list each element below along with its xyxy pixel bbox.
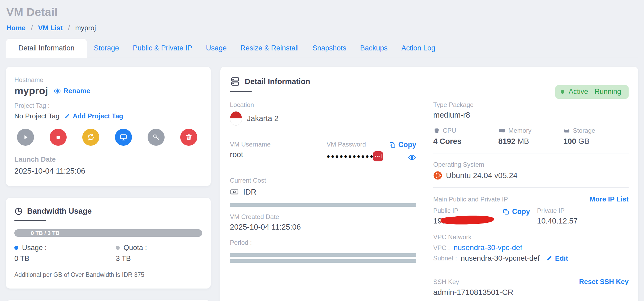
- breadcrumb-home[interactable]: Home: [6, 24, 25, 32]
- cpu-label: CPU: [443, 127, 456, 134]
- vm-password-masked: ●●●●●●●●●●●: [327, 153, 374, 160]
- storage-label: Storage: [573, 127, 595, 134]
- hostname-value: myproj: [14, 85, 48, 97]
- page-title: VM Detail: [6, 6, 638, 19]
- copy-icon: [389, 141, 396, 148]
- console-button[interactable]: [115, 129, 132, 146]
- launch-date-label: Launch Date: [14, 155, 202, 164]
- tab-action-log[interactable]: Action Log: [394, 39, 442, 58]
- type-package-label: Type Package: [433, 101, 629, 109]
- title-underline: [230, 91, 252, 92]
- tab-resize-reinstall[interactable]: Resize & Reinstall: [234, 39, 306, 58]
- title-underline: [14, 220, 46, 221]
- detail-left-column: Location Jakarta 2 VM Username root VM P…: [230, 101, 426, 297]
- trash-icon: [185, 133, 193, 141]
- tab-detail-information[interactable]: Detail Information: [6, 38, 87, 58]
- storage-unit: GB: [576, 137, 590, 145]
- copy-password-button[interactable]: Copy: [389, 141, 417, 149]
- ssh-key-label: SSH Key: [433, 278, 459, 286]
- banknote-icon: [230, 187, 239, 196]
- password-button[interactable]: [148, 129, 165, 146]
- bandwidth-note: Additional per GB of Over Bandwidth is I…: [14, 271, 202, 278]
- location-value: Jakarta 2: [247, 114, 278, 123]
- vpc-network-label: VPC Network: [433, 233, 629, 241]
- usage-dot-icon: [14, 246, 18, 250]
- operating-system-value: Ubuntu 24.04 v05.24: [446, 171, 517, 180]
- public-ip-label: Public IP: [433, 207, 503, 214]
- memory-label: Memory: [508, 127, 531, 134]
- stop-icon: [54, 133, 62, 141]
- rename-button[interactable]: Rename: [54, 87, 90, 95]
- skeleton-bar: [230, 253, 416, 257]
- project-tag-value: No Project Tag: [14, 112, 59, 120]
- vm-password-label: VM Password: [327, 141, 383, 148]
- pencil-icon: [546, 255, 552, 261]
- cpu-icon: [433, 127, 440, 134]
- tab-snapshots[interactable]: Snapshots: [306, 39, 353, 58]
- launch-date-value: 2025-10-04 11:25:06: [14, 167, 202, 175]
- subnet-value: nusendra-30-vpcnet-def: [461, 254, 539, 263]
- status-dot-icon: [561, 90, 564, 94]
- status-badge: Active - Running: [555, 85, 629, 99]
- ubuntu-icon: [433, 171, 442, 180]
- operating-system-label: Operating System: [433, 161, 629, 168]
- delete-vm-button[interactable]: [180, 129, 197, 146]
- private-ip-label: Private IP: [537, 207, 629, 214]
- password-manager-icon: [373, 151, 383, 161]
- vm-summary-card: Hostname myproj Rename Project Tag :: [6, 67, 211, 186]
- vpc-label: VPC :: [433, 244, 450, 252]
- current-cost-value: IDR: [243, 188, 256, 196]
- storage-icon: [563, 127, 570, 134]
- pencil-icon: [64, 113, 70, 119]
- start-vm-button[interactable]: [17, 129, 34, 146]
- tab-usage[interactable]: Usage: [199, 39, 234, 58]
- bandwidth-bar-label: 0 TB / 3 TB: [14, 230, 60, 236]
- bandwidth-card-title: Bandwidth Usage: [27, 207, 92, 216]
- tab-storage[interactable]: Storage: [87, 39, 126, 58]
- breadcrumb: Home / VM List / myproj: [6, 24, 638, 32]
- copy-public-ip-button[interactable]: Copy: [503, 208, 530, 216]
- tab-backups[interactable]: Backups: [353, 39, 395, 58]
- tab-bar: Detail Information Storage Public & Priv…: [6, 38, 638, 58]
- detail-information-card: Detail Information Active - Running Loca…: [220, 67, 638, 301]
- breadcrumb-current: myproj: [75, 24, 96, 32]
- restart-vm-button[interactable]: [82, 129, 99, 146]
- detail-right-column: Type Package medium-r8: [426, 101, 629, 297]
- vm-username-value: root: [230, 150, 327, 159]
- breadcrumb-vm-list[interactable]: VM List: [38, 24, 62, 32]
- breadcrumb-separator: /: [31, 24, 33, 32]
- location-label: Location: [230, 101, 416, 109]
- content-area: Hostname myproj Rename Project Tag :: [6, 67, 638, 301]
- left-column: Hostname myproj Rename Project Tag :: [6, 67, 211, 301]
- vm-actions: [17, 129, 202, 146]
- tab-public-private-ip[interactable]: Public & Private IP: [126, 39, 199, 58]
- status-text: Active - Running: [569, 88, 621, 96]
- ssh-key-value: admin-1710813501-CR: [433, 288, 629, 297]
- skeleton-bar: [230, 203, 416, 207]
- hostname-label: Hostname: [14, 76, 202, 84]
- add-project-tag-button[interactable]: Add Project Tag: [64, 112, 123, 120]
- usage-label: Usage :: [22, 244, 47, 252]
- public-ip-value: 199.1: [433, 217, 503, 225]
- breadcrumb-separator: /: [68, 24, 70, 32]
- vm-created-date-label: VM Created Date: [230, 213, 416, 221]
- cpu-value: 4 Cores: [433, 137, 461, 145]
- vm-username-label: VM Username: [230, 141, 327, 148]
- monitor-icon: [119, 133, 127, 141]
- copy-icon: [503, 208, 509, 215]
- vpc-name-link[interactable]: nusendra-30-vpc-def: [454, 243, 522, 252]
- memory-value: 8192: [498, 137, 516, 145]
- more-ip-list-link[interactable]: More IP List: [590, 195, 629, 203]
- reset-ssh-key-link[interactable]: Reset SSH Key: [579, 278, 629, 286]
- bandwidth-card: Bandwidth Usage 0 TB / 3 TB Usage : 0 TB: [6, 198, 211, 289]
- quota-value: 3 TB: [116, 255, 202, 263]
- vm-created-date-value: 2025-10-04 11:25:06: [230, 223, 416, 231]
- current-cost-label: Current Cost: [230, 177, 416, 184]
- quota-dot-icon: [116, 246, 120, 250]
- skeleton-bar: [230, 259, 416, 263]
- stop-vm-button[interactable]: [50, 129, 67, 146]
- edit-subnet-button[interactable]: Edit: [546, 254, 568, 263]
- period-label: Period :: [230, 239, 416, 246]
- show-password-button[interactable]: [408, 153, 416, 162]
- rename-icon: [54, 88, 61, 94]
